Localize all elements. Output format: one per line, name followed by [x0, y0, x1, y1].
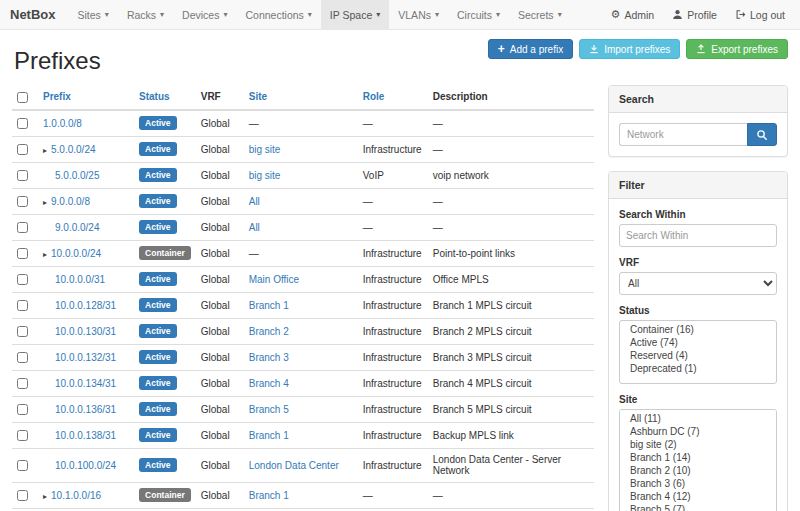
status-badge: Active: [139, 428, 177, 442]
vrf-select[interactable]: All: [619, 272, 777, 295]
row-checkbox[interactable]: [17, 460, 28, 471]
row-checkbox[interactable]: [17, 326, 28, 337]
prefix-link[interactable]: 10.0.0.132/31: [55, 352, 116, 363]
row-checkbox[interactable]: [17, 144, 28, 155]
status-label: Status: [619, 305, 777, 316]
navbar: NetBox Sites▾Racks▾Devices▾Connections▾I…: [0, 0, 800, 30]
nav-item-ip-space[interactable]: IP Space▾: [321, 0, 389, 29]
site-link[interactable]: London Data Center: [249, 460, 339, 471]
row-checkbox[interactable]: [17, 300, 28, 311]
nav-admin[interactable]: ⚙Admin: [602, 0, 664, 29]
prefix-link[interactable]: 10.0.0.134/31: [55, 378, 116, 389]
option[interactable]: All (11): [624, 412, 772, 425]
option[interactable]: Active (74): [624, 336, 772, 349]
expand-icon[interactable]: ▸: [43, 198, 47, 207]
prefix-link[interactable]: 10.0.0.130/31: [55, 326, 116, 337]
add-a-prefix-button[interactable]: +Add a prefix: [488, 39, 573, 59]
row-checkbox[interactable]: [17, 378, 28, 389]
site-link[interactable]: Branch 5: [249, 404, 289, 415]
search-button[interactable]: [747, 123, 777, 146]
row-checkbox[interactable]: [17, 274, 28, 285]
nav-item-sites[interactable]: Sites▾: [69, 0, 118, 29]
option[interactable]: Container (16): [624, 323, 772, 336]
vrf-value: Global: [196, 162, 244, 188]
site-link[interactable]: Branch 2: [249, 326, 289, 337]
prefix-link[interactable]: 10.0.0.128/31: [55, 300, 116, 311]
row-checkbox-cell: [12, 188, 38, 214]
prefix-link[interactable]: 10.0.0.0/24: [51, 248, 101, 259]
nav-item-racks[interactable]: Racks▾: [118, 0, 173, 29]
vrf-value: Global: [196, 292, 244, 318]
option[interactable]: Ashburn DC (7): [624, 425, 772, 438]
site-link[interactable]: Branch 3: [249, 352, 289, 363]
prefix-link[interactable]: 10.0.0.0/31: [55, 274, 105, 285]
option[interactable]: Reserved (4): [624, 349, 772, 362]
nav-item-secrets[interactable]: Secrets▾: [509, 0, 571, 29]
site-link[interactable]: Branch 1: [249, 300, 289, 311]
option[interactable]: Branch 2 (10): [624, 464, 772, 477]
row-checkbox[interactable]: [17, 248, 28, 259]
search-input[interactable]: [619, 123, 747, 146]
nav-log-out[interactable]: Log out: [726, 0, 794, 29]
status-listbox[interactable]: Container (16)Active (74)Reserved (4)Dep…: [619, 320, 777, 384]
row-checkbox[interactable]: [17, 404, 28, 415]
nav-item-vlans[interactable]: VLANs▾: [389, 0, 448, 29]
prefix-link[interactable]: 10.0.100.0/24: [55, 460, 116, 471]
prefix-link[interactable]: 5.0.0.0/25: [55, 170, 99, 181]
import-prefixes-button[interactable]: Import prefixes: [579, 39, 680, 59]
status-cell: Active: [134, 110, 196, 137]
column-sort-prefix[interactable]: Prefix: [43, 91, 71, 102]
column-sort-site[interactable]: Site: [249, 91, 267, 102]
role-value: Infrastructure: [358, 344, 428, 370]
column-sort-status[interactable]: Status: [139, 91, 170, 102]
site-link[interactable]: big site: [249, 144, 281, 155]
option[interactable]: Branch 3 (6): [624, 477, 772, 490]
export-prefixes-button[interactable]: Export prefixes: [686, 39, 788, 59]
row-checkbox[interactable]: [17, 490, 28, 501]
row-checkbox[interactable]: [17, 352, 28, 363]
option[interactable]: big site (2): [624, 438, 772, 451]
site-link[interactable]: All: [249, 222, 260, 233]
option[interactable]: Branch 5 (7): [624, 503, 772, 511]
status-cell: Container: [134, 482, 196, 508]
row-checkbox[interactable]: [17, 196, 28, 207]
column-header-description: Description: [428, 85, 594, 110]
site-link[interactable]: Branch 1: [249, 430, 289, 441]
site-link[interactable]: big site: [249, 170, 281, 181]
search-within-input[interactable]: [619, 224, 777, 247]
prefix-link[interactable]: 1.0.0.0/8: [43, 118, 82, 129]
site-link[interactable]: Branch 1: [249, 490, 289, 501]
prefix-link[interactable]: 9.0.0.0/8: [51, 196, 90, 207]
expand-icon[interactable]: ▸: [43, 250, 47, 259]
prefix-link[interactable]: 10.0.0.136/31: [55, 404, 116, 415]
select-all-checkbox[interactable]: [17, 92, 28, 103]
column-header-role: Role: [358, 85, 428, 110]
option[interactable]: Deprecated (1): [624, 362, 772, 375]
prefix-link[interactable]: 10.0.0.138/31: [55, 430, 116, 441]
row-checkbox[interactable]: [17, 170, 28, 181]
vrf-value: Global: [196, 422, 244, 448]
site-link[interactable]: Branch 4: [249, 378, 289, 389]
prefix-link[interactable]: 10.1.0.0/16: [51, 490, 101, 501]
nav-profile[interactable]: Profile: [663, 0, 726, 29]
site-listbox[interactable]: All (11)Ashburn DC (7)big site (2)Branch…: [619, 409, 777, 511]
site-link[interactable]: Main Office: [249, 274, 299, 285]
option[interactable]: Branch 1 (14): [624, 451, 772, 464]
row-checkbox[interactable]: [17, 222, 28, 233]
site-link[interactable]: All: [249, 196, 260, 207]
nav-item-circuits[interactable]: Circuits▾: [448, 0, 509, 29]
expand-icon[interactable]: ▸: [43, 146, 47, 155]
brand[interactable]: NetBox: [0, 0, 69, 29]
nav-item-connections[interactable]: Connections▾: [236, 0, 320, 29]
expand-icon[interactable]: ▸: [43, 492, 47, 501]
row-checkbox[interactable]: [17, 430, 28, 441]
option[interactable]: Branch 4 (12): [624, 490, 772, 503]
prefix-link[interactable]: 9.0.0.0/24: [55, 222, 99, 233]
row-checkbox[interactable]: [17, 118, 28, 129]
sidebar: Search Filter Search Within: [608, 85, 788, 511]
row-checkbox-cell: [12, 214, 38, 240]
column-sort-role[interactable]: Role: [363, 91, 385, 102]
button-label: Import prefixes: [604, 44, 670, 55]
nav-item-devices[interactable]: Devices▾: [173, 0, 236, 29]
prefix-link[interactable]: 5.0.0.0/24: [51, 144, 95, 155]
